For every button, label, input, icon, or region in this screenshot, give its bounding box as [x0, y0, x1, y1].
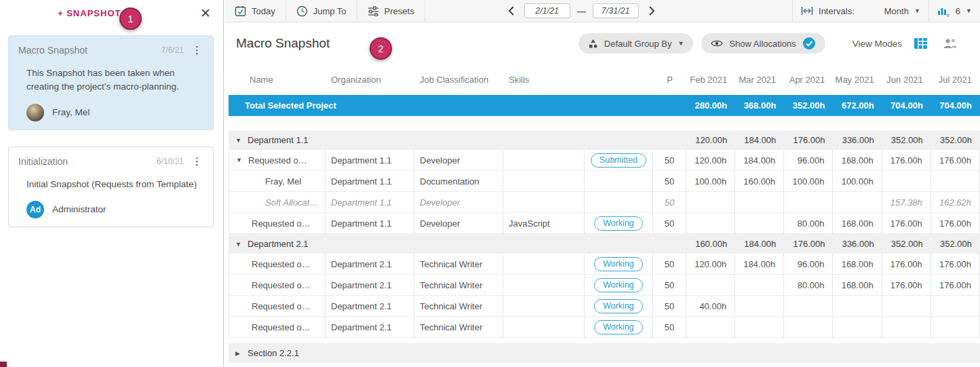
presets-button[interactable]: Presets	[357, 0, 425, 22]
row-name: Soft Allocat…	[229, 192, 326, 213]
group-row-department-1-1[interactable]: ▼Department 1.1 120.00h 184.00h 176.00h …	[229, 130, 980, 150]
row-p: 50	[653, 213, 686, 234]
group-hours	[735, 343, 784, 363]
group-by-button[interactable]: Default Group By ▼	[579, 33, 694, 54]
col-header-month: Jul 2021	[931, 64, 980, 95]
group-by-icon	[588, 39, 598, 49]
show-allocations-label: Show Allocations	[729, 39, 796, 49]
date-range-nav: —	[505, 0, 658, 22]
snapshot-date: 6/10/21	[157, 157, 184, 166]
row-job: Developer	[414, 150, 503, 171]
row-organization: Department 1.1	[326, 171, 414, 192]
table-row-soft-allocation: Soft Allocat… Department 1.1 Developer 5…	[229, 192, 980, 213]
hours-cell: 176.00h	[882, 275, 931, 296]
today-label: Today	[252, 6, 275, 16]
show-allocations-toggle[interactable]: Show Allocations	[701, 33, 825, 54]
table-row: Requested o… Department 2.1 Technical Wr…	[229, 317, 980, 338]
date-range-separator: —	[577, 6, 586, 16]
kebab-menu-icon[interactable]: ⋮	[191, 45, 203, 55]
status-badge[interactable]: Working	[594, 278, 643, 292]
group-hours: 176.00h	[784, 130, 833, 150]
collapse-icon[interactable]: ▼	[235, 137, 243, 144]
group-hours: 184.00h	[735, 130, 784, 150]
col-header-organization: Organization	[326, 64, 414, 95]
presets-label: Presets	[385, 6, 414, 16]
eye-icon	[711, 39, 723, 47]
group-hours	[931, 343, 980, 363]
next-period-icon[interactable]	[646, 5, 658, 16]
row-p: 50	[653, 317, 686, 338]
status-badge[interactable]: Submitted	[591, 153, 646, 168]
row-name: Requested o…	[229, 296, 326, 317]
interval-value: Month	[884, 6, 909, 16]
hours-cell: 100.00h	[686, 171, 735, 192]
group-hours: 352.00h	[931, 130, 980, 150]
collapse-icon[interactable]: ▼	[236, 157, 244, 163]
page-header: Macro Snapshot 2 Default Group By ▼ Show…	[224, 22, 980, 64]
table-row: ▼Requested o… Department 1.1 Developer S…	[229, 150, 980, 171]
prev-period-icon[interactable]	[505, 5, 517, 16]
hours-cell: 96.00h	[784, 254, 833, 275]
snapshot-card-initialization[interactable]: Initialization 6/10/21 ⋮ Initial Snapsho…	[8, 147, 214, 227]
snapshot-author: Fray, Mel	[52, 107, 90, 117]
col-header-month: Apr 2021	[784, 64, 833, 95]
status-badge[interactable]: Working	[594, 320, 643, 334]
status-badge[interactable]: Working	[594, 299, 643, 313]
status-badge[interactable]: Working	[594, 257, 643, 271]
snapshots-sidebar: + SNAPSHOT 1 ✕ Macro Snapshot 7/6/21 ⋮ T…	[0, 0, 224, 367]
snapshot-title: Initialization	[18, 156, 157, 167]
col-header-status	[585, 64, 653, 95]
total-hours: 672.00h	[833, 95, 882, 116]
collapse-icon[interactable]: ▼	[235, 241, 243, 248]
row-name: Requested o…	[229, 213, 326, 234]
jump-to-button[interactable]: Jump To	[286, 0, 357, 22]
total-hours: 704.00h	[882, 95, 931, 116]
row-name: Fray, Mel	[229, 171, 326, 192]
hours-cell: 100.00h	[784, 171, 833, 192]
interval-count-control: # 6 ▼	[928, 0, 980, 22]
group-hours: 352.00h	[931, 234, 980, 254]
interval-select[interactable]: Month ▼	[884, 6, 920, 16]
row-skills	[503, 254, 585, 275]
hours-cell: 168.00h	[833, 275, 882, 296]
hours-cell: 176.00h	[882, 150, 931, 171]
status-badge[interactable]: Working	[594, 216, 643, 231]
row-job: Technical Writer	[414, 275, 503, 296]
col-header-name: Name	[229, 64, 326, 95]
group-row-department-2-1[interactable]: ▼Department 2.1 160.00h 184.00h 176.00h …	[229, 234, 980, 254]
row-job: Developer	[414, 213, 503, 234]
kebab-menu-icon[interactable]: ⋮	[191, 156, 203, 166]
date-to-input[interactable]	[593, 3, 639, 18]
check-circle-icon	[802, 37, 816, 50]
calendar-icon	[235, 5, 246, 17]
group-hours: 120.00h	[686, 130, 735, 150]
hours-cell	[686, 192, 735, 213]
close-icon[interactable]: ✕	[197, 4, 214, 22]
table-view-mode-icon[interactable]	[910, 37, 931, 50]
hours-cell: 40.00h	[686, 296, 735, 317]
interval-count-select[interactable]: 6 ▼	[956, 6, 972, 16]
group-hours	[882, 343, 931, 363]
total-row: Total Selected Project 280.00h 368.00h 3…	[229, 95, 980, 116]
group-hours	[784, 343, 833, 363]
row-skills	[503, 150, 585, 171]
app-window: + SNAPSHOT 1 ✕ Macro Snapshot 7/6/21 ⋮ T…	[0, 0, 980, 367]
group-row-section-2-2-1[interactable]: ▶Section 2.2.1	[229, 343, 980, 363]
annotation-step-1-badge: 1	[119, 7, 142, 30]
snapshot-card-macro[interactable]: Macro Snapshot 7/6/21 ⋮ This Snapshot ha…	[8, 35, 214, 130]
today-button[interactable]: Today	[224, 0, 286, 22]
hours-cell: 160.00h	[735, 171, 784, 192]
snapshot-author: Administrator	[52, 204, 106, 214]
chevron-down-icon: ▼	[678, 40, 684, 47]
hours-cell	[686, 213, 735, 234]
annotation-step-2-badge: 2	[370, 37, 392, 60]
date-from-input[interactable]	[524, 3, 570, 18]
hours-cell: 176.00h	[882, 254, 931, 275]
add-snapshot-button[interactable]: + SNAPSHOT	[58, 8, 121, 18]
row-p: 50	[653, 171, 686, 192]
row-organization: Department 2.1	[326, 275, 414, 296]
timeline-toolbar: Today Jump To Presets —	[224, 0, 980, 22]
people-view-mode-icon[interactable]	[939, 38, 961, 49]
table-row: Requested o… Department 2.1 Technical Wr…	[229, 254, 980, 275]
expand-icon[interactable]: ▶	[235, 350, 243, 357]
